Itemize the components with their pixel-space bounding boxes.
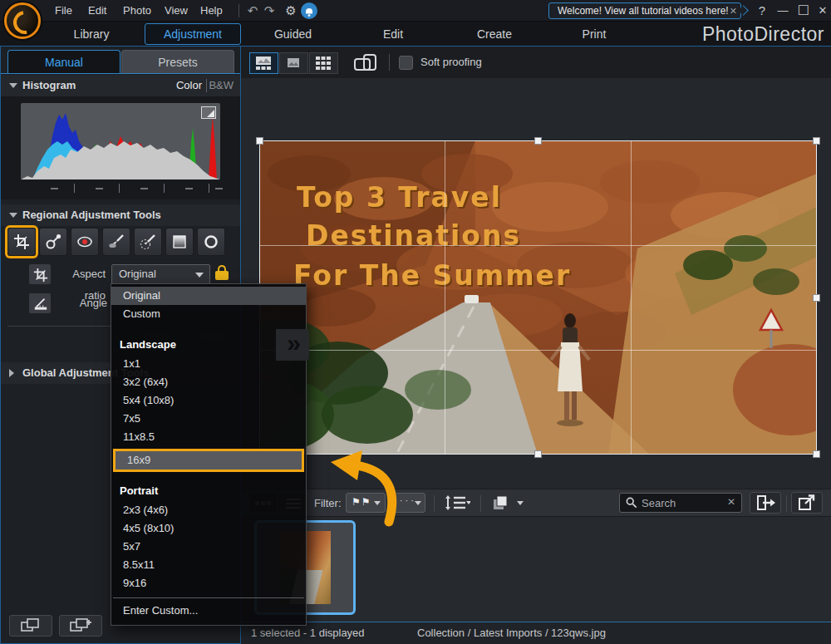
notifications-bell-icon[interactable] bbox=[301, 2, 317, 19]
soft-proofing-label: Soft proofing bbox=[420, 47, 482, 78]
crop-handle-bottom-center[interactable] bbox=[534, 450, 542, 458]
regional-tools-header[interactable]: Regional Adjustment Tools bbox=[1, 204, 240, 226]
tab-create[interactable]: Create bbox=[469, 22, 520, 47]
clipping-warning-icon[interactable] bbox=[201, 106, 216, 119]
menu-help[interactable]: Help bbox=[194, 0, 229, 22]
tab-adjustment[interactable]: Adjustment bbox=[145, 23, 241, 45]
grid-view-icon bbox=[313, 55, 333, 71]
workspace: Soft proofing bbox=[241, 47, 831, 644]
straighten-button[interactable] bbox=[28, 293, 52, 314]
viewer-mode-filmstrip-button[interactable] bbox=[249, 52, 278, 74]
copy-adjustments-icon bbox=[20, 617, 42, 634]
menu-edit[interactable]: Edit bbox=[81, 0, 113, 22]
stack-icon bbox=[492, 494, 514, 511]
notice-close-icon[interactable]: ✕ bbox=[730, 3, 737, 18]
add-preset-icon bbox=[69, 617, 92, 634]
viewer-toolbar: Soft proofing bbox=[241, 47, 831, 78]
crop-icon bbox=[13, 234, 30, 250]
add-preset-button[interactable] bbox=[59, 615, 102, 637]
module-bar: Library Adjustment Guided Edit Create Pr… bbox=[0, 22, 831, 47]
chevron-down-icon bbox=[415, 501, 421, 505]
crop-handle-top-right[interactable] bbox=[813, 137, 820, 145]
redo-icon[interactable]: ↷ bbox=[261, 0, 278, 22]
collapse-triangle-icon[interactable] bbox=[9, 213, 17, 218]
crop-handle-top-center[interactable] bbox=[534, 137, 542, 145]
histogram-bw-toggle[interactable]: B&W bbox=[209, 75, 234, 96]
menu-item-9x16[interactable]: 9x16 bbox=[111, 574, 306, 592]
rotate-view-button[interactable] bbox=[352, 52, 382, 74]
annotation-arrow bbox=[324, 440, 416, 532]
histogram-section-header[interactable]: Histogram Color B&W bbox=[1, 75, 240, 96]
soft-proofing-checkbox[interactable] bbox=[399, 56, 413, 70]
settings-gear-icon[interactable]: ⚙ bbox=[283, 0, 299, 22]
app-logo bbox=[4, 2, 41, 39]
crop-handle-bottom-right[interactable] bbox=[813, 450, 820, 458]
angle-label: Angle bbox=[56, 293, 107, 314]
search-input[interactable] bbox=[642, 495, 720, 510]
search-clear-icon[interactable]: ✕ bbox=[727, 496, 735, 508]
crop-handle-mid-right[interactable] bbox=[813, 294, 820, 302]
welcome-tutorial-notice[interactable]: Welcome! View all tutorial videos here! … bbox=[548, 2, 741, 19]
menu-item-7x5[interactable]: 7x5 bbox=[111, 410, 306, 428]
menu-item-16x9[interactable]: 16x9 bbox=[116, 451, 302, 469]
open-in-new-button[interactable] bbox=[791, 492, 823, 514]
export-button[interactable] bbox=[750, 492, 781, 514]
panel-accent-line bbox=[1, 73, 240, 74]
menu-view[interactable]: View bbox=[158, 0, 194, 22]
spot-removal-icon bbox=[45, 234, 61, 250]
crop-tool-button[interactable] bbox=[7, 228, 36, 256]
menu-item-5x7[interactable]: 5x7 bbox=[111, 538, 306, 556]
panel-flyout-chevrons[interactable]: » bbox=[276, 329, 309, 361]
adjustment-selection-tool-button[interactable] bbox=[134, 228, 162, 256]
collapse-triangle-icon[interactable] bbox=[9, 83, 17, 88]
red-eye-tool-button[interactable] bbox=[71, 228, 99, 256]
crop-mode-button[interactable] bbox=[28, 263, 52, 285]
menu-item-3x2[interactable]: 3x2 (6x4) bbox=[111, 373, 306, 391]
adjustment-brush-tool-button[interactable] bbox=[102, 228, 130, 256]
tab-print[interactable]: Print bbox=[573, 22, 615, 47]
breadcrumb[interactable]: Collection / Latest Imports / 123qws.jpg bbox=[417, 622, 606, 644]
menu-item-5x4[interactable]: 5x4 (10x8) bbox=[111, 391, 306, 410]
menu-separator bbox=[113, 597, 304, 598]
viewer-mode-grid-button[interactable] bbox=[309, 52, 338, 74]
histogram-plot[interactable] bbox=[21, 103, 220, 179]
menu-photo[interactable]: Photo bbox=[116, 0, 158, 22]
tab-manual[interactable]: Manual bbox=[7, 50, 120, 74]
crop-marquee[interactable] bbox=[259, 140, 817, 455]
viewer-mode-single-button[interactable] bbox=[279, 52, 308, 74]
menu-item-8-5x11[interactable]: 8.5x11 bbox=[111, 556, 306, 574]
sort-button[interactable] bbox=[442, 493, 475, 513]
brush-icon bbox=[108, 234, 125, 250]
maximize-button[interactable]: ☐ bbox=[794, 0, 814, 22]
histogram-ticks bbox=[21, 183, 220, 194]
menu-item-2x3[interactable]: 2x3 (4x6) bbox=[111, 501, 306, 519]
menu-item-4x5[interactable]: 4x5 (8x10) bbox=[111, 519, 306, 538]
histogram-color-toggle[interactable]: Color bbox=[176, 75, 202, 96]
menu-item-original[interactable]: Original bbox=[111, 287, 306, 305]
toggle-divider bbox=[206, 79, 207, 92]
aspect-ratio-select[interactable]: Original bbox=[111, 264, 210, 284]
menu-item-11x8-5[interactable]: 11x8.5 bbox=[111, 428, 306, 446]
aspect-lock-icon[interactable] bbox=[215, 265, 229, 280]
menu-item-custom[interactable]: Custom bbox=[111, 305, 306, 323]
close-button[interactable]: ✕ bbox=[813, 0, 831, 22]
gradient-mask-tool-button[interactable] bbox=[165, 228, 194, 256]
crop-handle-top-left[interactable] bbox=[256, 137, 263, 145]
menu-file[interactable]: File bbox=[48, 0, 79, 22]
minimize-button[interactable]: — bbox=[773, 0, 793, 22]
tab-edit[interactable]: Edit bbox=[374, 22, 412, 47]
radial-filter-icon bbox=[203, 234, 219, 250]
spot-removal-tool-button[interactable] bbox=[39, 228, 67, 256]
radial-filter-tool-button[interactable] bbox=[197, 228, 225, 256]
tab-presets[interactable]: Presets bbox=[121, 50, 234, 74]
search-icon bbox=[626, 497, 637, 509]
menu-item-enter-custom[interactable]: Enter Custom... bbox=[111, 602, 306, 620]
aspect-ratio-value: Original bbox=[119, 268, 156, 280]
undo-icon[interactable]: ↶ bbox=[244, 0, 261, 22]
stack-button[interactable] bbox=[489, 493, 525, 513]
tab-library[interactable]: Library bbox=[62, 22, 120, 47]
copy-adjustments-button[interactable] bbox=[9, 615, 52, 637]
expand-triangle-icon[interactable] bbox=[9, 369, 14, 377]
help-button[interactable]: ? bbox=[752, 0, 772, 22]
tab-guided[interactable]: Guided bbox=[262, 22, 324, 47]
